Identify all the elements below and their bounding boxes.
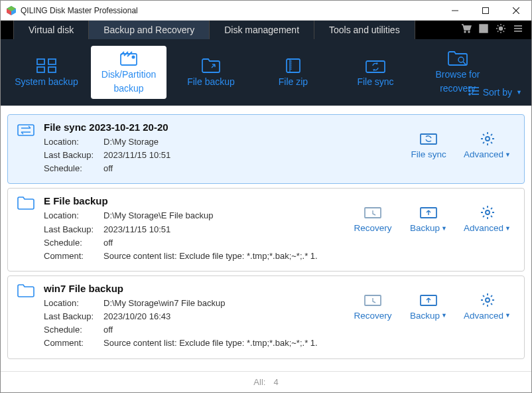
svg-point-35 (486, 137, 490, 141)
task-action-recovery[interactable]: Recovery (352, 204, 393, 233)
cart-icon[interactable] (461, 23, 472, 37)
system-backup-icon (36, 58, 56, 74)
sort-by-dropdown[interactable]: Sort by ▼ (468, 86, 522, 98)
tool-file-zip[interactable]: File zip (255, 46, 331, 99)
task-list: File sync 2023-10-21 20-20 Location:D:\M… (1, 106, 531, 370)
tab-backup-recovery[interactable]: Backup and Recovery (88, 21, 210, 39)
tool-file-backup[interactable]: File backup (173, 46, 249, 99)
action-label: Advanced (464, 311, 503, 321)
task-schedule-label: Schedule: (44, 323, 103, 337)
backup-action-icon (420, 204, 437, 220)
task-type-sync-icon (17, 121, 34, 175)
task-lastbackup-label: Last Backup: (44, 310, 103, 323)
tab-virtual-disk[interactable]: Virtual disk (13, 21, 89, 39)
task-action-advanced[interactable]: Advanced▼ (464, 131, 511, 159)
file-zip-icon (285, 58, 301, 74)
task-lastbackup: 2023/11/15 10:51 (103, 149, 170, 162)
titlebar: QILING Disk Master Professional (1, 1, 531, 21)
tool-label-line1: Browse for (436, 69, 480, 80)
sync-action-icon (420, 131, 437, 147)
tool-label: File zip (279, 76, 308, 88)
chevron-down-icon: ▼ (505, 151, 511, 158)
tab-disk-management[interactable]: Disk management (209, 21, 314, 39)
task-action-backup[interactable]: Backup▼ (408, 204, 449, 233)
tab-label: Backup and Recovery (103, 25, 194, 35)
task-lastbackup-label: Last Backup: (44, 149, 103, 162)
file-sync-icon (366, 58, 385, 74)
tool-label: System backup (15, 76, 78, 88)
action-label: Backup (410, 223, 440, 233)
chevron-down-icon: ▼ (516, 89, 522, 96)
log-icon[interactable] (478, 23, 489, 37)
file-backup-icon (202, 58, 220, 74)
task-action-recovery[interactable]: Recovery (352, 292, 393, 321)
task-location: D:\My Storage\E File backup (103, 209, 213, 222)
svg-rect-19 (48, 59, 56, 64)
svg-rect-24 (366, 61, 385, 72)
task-comment: Source content list: Exclude file type: … (103, 337, 318, 350)
action-label: Advanced (464, 149, 503, 159)
maximize-button[interactable] (470, 1, 501, 21)
task-schedule: off (103, 323, 113, 337)
task-comment: Source content list: Exclude file type: … (103, 250, 318, 263)
svg-point-8 (468, 31, 470, 33)
svg-rect-18 (37, 67, 44, 72)
app-logo-icon (6, 5, 17, 16)
chevron-down-icon: ▼ (505, 225, 511, 232)
chevron-down-icon: ▼ (505, 312, 511, 319)
tab-tools-utilities[interactable]: Tools and utilities (314, 21, 415, 39)
task-action-advanced[interactable]: Advanced▼ (464, 292, 511, 321)
action-label: Backup (410, 311, 440, 321)
settings-icon[interactable] (496, 23, 506, 37)
task-action-advanced[interactable]: Advanced▼ (464, 204, 511, 233)
tool-file-sync[interactable]: File sync (338, 46, 413, 99)
action-label: File sync (411, 149, 446, 159)
task-card[interactable]: win7 File backup Location:D:\My Storage\… (7, 275, 525, 359)
tab-label: Disk management (224, 25, 299, 35)
close-button[interactable] (501, 1, 531, 21)
recovery-icon (364, 292, 381, 308)
task-type-backup-icon (17, 195, 34, 263)
svg-line-26 (463, 62, 466, 64)
task-lastbackup: 2023/10/20 16:43 (103, 310, 170, 323)
sort-by-label: Sort by (483, 87, 512, 98)
task-location: D:\My Storage (103, 135, 159, 149)
tabbar: Virtual disk Backup and Recovery Disk ma… (1, 21, 531, 39)
tab-label: Tools and utilities (329, 25, 400, 35)
minimize-button[interactable] (440, 1, 470, 21)
task-title: E File backup (44, 195, 343, 206)
backup-action-icon (420, 292, 437, 308)
svg-point-29 (469, 90, 470, 92)
statusbar: All: 4 (1, 371, 531, 392)
tool-label-line1: Disk/Partition (101, 69, 156, 80)
task-schedule-label: Schedule: (44, 236, 103, 250)
svg-point-38 (486, 210, 490, 214)
tool-disk-partition-backup[interactable]: Disk/Partition backup (91, 46, 166, 99)
svg-point-7 (464, 31, 466, 33)
gear-icon (480, 131, 495, 147)
task-comment-label: Comment: (44, 250, 103, 263)
task-lastbackup: 2023/11/15 10:51 (103, 223, 170, 236)
task-lastbackup-label: Last Backup: (44, 223, 103, 236)
task-card[interactable]: E File backup Location:D:\My Storage\E F… (7, 188, 525, 272)
svg-point-13 (499, 27, 503, 31)
task-title: File sync 2023-10-21 20-20 (44, 121, 399, 133)
disk-partition-backup-icon (120, 50, 137, 66)
toolbar: System backup Disk/Partition backup File… (1, 39, 531, 106)
list-icon (468, 86, 479, 98)
task-location-label: Location: (44, 135, 103, 149)
tool-system-backup[interactable]: System backup (9, 46, 84, 99)
menu-icon[interactable] (513, 23, 523, 37)
task-action-filesync[interactable]: File sync (408, 131, 449, 159)
svg-rect-20 (48, 67, 56, 72)
task-type-backup-icon (17, 283, 34, 351)
action-label: Advanced (464, 223, 503, 233)
task-card[interactable]: File sync 2023-10-21 20-20 Location:D:\M… (7, 114, 525, 184)
action-label: Recovery (354, 311, 392, 321)
footer-all-label: All: (253, 377, 265, 387)
svg-point-31 (469, 94, 470, 95)
task-action-backup[interactable]: Backup▼ (408, 292, 449, 321)
tool-label: File sync (357, 76, 393, 88)
task-schedule: off (103, 162, 113, 175)
browse-recovery-icon (448, 50, 468, 66)
